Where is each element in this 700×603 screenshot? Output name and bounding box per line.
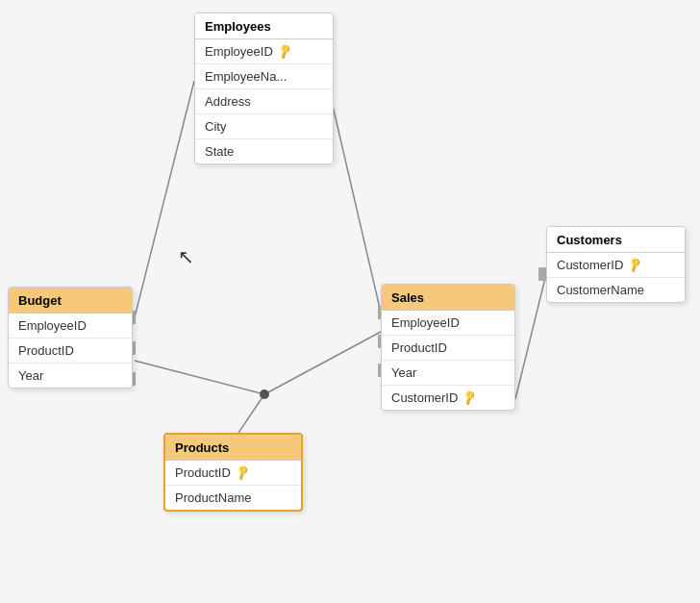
budget-field-productid: ProductID	[9, 339, 132, 364]
key-icon: 🔑	[276, 42, 294, 60]
diagram-canvas[interactable]: Employees EmployeeID 🔑 EmployeeNa... Add…	[0, 0, 700, 603]
svg-line-3	[264, 332, 381, 394]
key-icon-customers: 🔑	[626, 256, 644, 273]
employees-field-state: State	[195, 139, 333, 163]
employees-title: Employees	[205, 19, 271, 34]
products-table[interactable]: Products ProductID 🔑 ProductName	[163, 433, 303, 512]
products-title: Products	[175, 440, 229, 455]
sales-field-productid: ProductID	[382, 336, 514, 361]
key-icon-products: 🔑	[234, 464, 252, 481]
customers-table[interactable]: Customers CustomerID 🔑 CustomerName	[546, 226, 686, 303]
budget-field-employeeid: EmployeeID	[9, 314, 132, 339]
employees-field-address: Address	[195, 89, 333, 114]
sales-field-year: Year	[382, 361, 514, 386]
employees-field-employeeid: EmployeeID 🔑	[195, 39, 333, 64]
svg-line-2	[135, 361, 264, 394]
budget-title: Budget	[18, 293, 62, 308]
sales-table[interactable]: Sales EmployeeID ProductID Year Customer…	[381, 284, 515, 411]
customers-field-customerid: CustomerID 🔑	[547, 253, 685, 278]
budget-field-year: Year	[9, 364, 132, 388]
products-field-productname: ProductName	[165, 486, 301, 510]
key-icon-sales: 🔑	[461, 389, 479, 406]
customers-header: Customers	[547, 227, 685, 253]
sales-field-customerid: CustomerID 🔑	[382, 386, 514, 410]
budget-table[interactable]: Budget EmployeeID ProductID Year	[8, 287, 133, 389]
svg-rect-13	[538, 267, 546, 281]
svg-line-12	[515, 274, 546, 399]
svg-line-1	[327, 81, 381, 313]
employees-header: Employees	[195, 13, 333, 39]
employees-field-city: City	[195, 114, 333, 139]
products-field-productid: ProductID 🔑	[165, 461, 301, 486]
products-header: Products	[165, 435, 301, 461]
sales-header: Sales	[382, 285, 514, 311]
sales-field-employeeid: EmployeeID	[382, 311, 514, 336]
employees-table[interactable]: Employees EmployeeID 🔑 EmployeeNa... Add…	[194, 13, 334, 164]
customers-field-customername: CustomerName	[547, 278, 685, 302]
svg-point-5	[260, 389, 269, 399]
employees-field-employeename: EmployeeNa...	[195, 64, 333, 89]
customers-title: Customers	[557, 233, 622, 247]
sales-title: Sales	[391, 290, 424, 305]
cursor-arrow: ↖	[178, 245, 194, 268]
budget-header: Budget	[9, 288, 132, 314]
svg-line-0	[135, 81, 194, 317]
